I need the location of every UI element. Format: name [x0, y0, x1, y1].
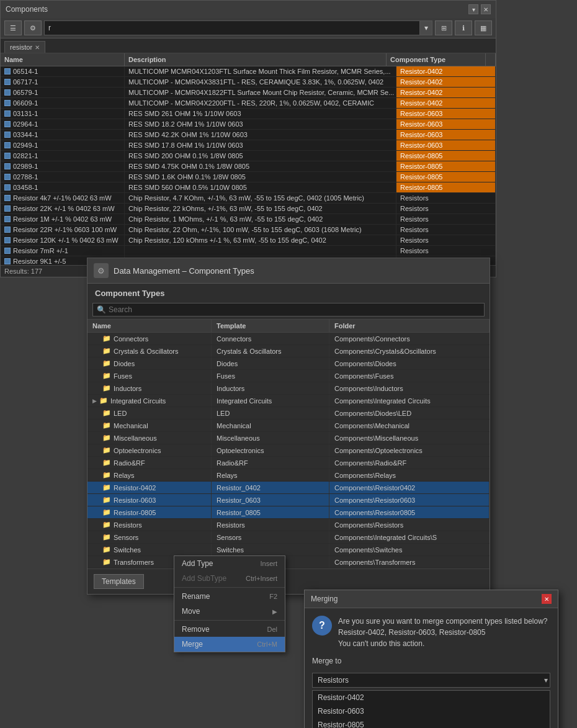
list-view-button[interactable]: ☰: [4, 20, 22, 35]
dm-list-item[interactable]: 📁 Optoelectronics Optoelectronics Compon…: [87, 444, 490, 457]
columns-button[interactable]: ⊞: [435, 20, 452, 35]
dm-td-folder: Components\Optoelectronics: [329, 444, 490, 456]
search-input[interactable]: [44, 20, 420, 35]
table-row[interactable]: 02949-1 RES SMD 17.8 OHM 1% 1/10W 0603 R…: [1, 140, 496, 151]
tab-close-icon[interactable]: ✕: [35, 44, 40, 51]
table-row[interactable]: 06579-1 MULTICOMP - MCMR04X1822FTL Surfa…: [1, 88, 496, 98]
ctx-divider-2: [174, 620, 285, 621]
dm-td-name: 📁 Miscellaneous: [87, 432, 212, 444]
table-row[interactable]: 03458-1 RES SMD 560 OHM 0.5% 1/10W 0805 …: [1, 182, 496, 193]
td-type: Resistor-0603: [396, 109, 496, 119]
td-type: Resistor-0603: [396, 119, 496, 129]
dm-search-input[interactable]: [109, 305, 480, 314]
tab-label: resistor: [10, 43, 32, 51]
info-button[interactable]: ℹ: [455, 20, 472, 35]
table-row[interactable]: Resistor 4k7 +/-1% 0402 63 mW Chip Resis…: [1, 193, 496, 204]
dm-td-template: Switches: [212, 544, 329, 555]
dm-title: Data Management – Component Types: [114, 266, 254, 276]
dm-list-item[interactable]: 📁 Miscellaneous Miscellaneous Components…: [87, 432, 490, 444]
merging-close-button[interactable]: ✕: [542, 594, 552, 604]
dm-list-item[interactable]: 📁 Diodes Diodes Components\Diodes: [87, 357, 490, 370]
dm-title-icon: ⚙: [94, 263, 109, 278]
row-icon: [4, 174, 11, 180]
dm-list-item[interactable]: 📁 Inductors Inductors Components\Inducto…: [87, 382, 490, 395]
table-row[interactable]: 02788-1 RES SMD 1.6K OHM 0.1% 1/8W 0805 …: [1, 172, 496, 182]
dm-td-folder: Components\Transformers: [329, 556, 490, 568]
dm-td-folder: Components\Resistor0402: [329, 482, 490, 493]
dm-table-header: Name Template Folder: [87, 319, 490, 333]
td-type: Resistor-0402: [396, 77, 496, 87]
dm-list-item[interactable]: 📁 Resistor-0402 Resistor_0402 Components…: [87, 482, 490, 494]
dm-td-template: Inductors: [212, 382, 329, 394]
table-row[interactable]: 03131-1 RES SMD 261 OHM 1% 1/10W 0603 Re…: [1, 109, 496, 119]
table-row[interactable]: 06717-1 MULTICOMP - MCMR04X3831FTL - RES…: [1, 77, 496, 88]
filter-button[interactable]: ⚙: [24, 20, 42, 35]
dm-list-item[interactable]: 📁 Fuses Fuses Components\Fuses: [87, 370, 490, 382]
table-row[interactable]: Resistor 7mR +/-1 Resistors: [1, 246, 496, 256]
close-button[interactable]: ✕: [481, 4, 491, 14]
templates-button[interactable]: Templates: [94, 574, 144, 589]
ctx-merge[interactable]: Merge Ctrl+M: [174, 637, 285, 652]
dm-list-item[interactable]: 📁 Switches Switches Components\Switches: [87, 544, 490, 556]
dm-search-bar[interactable]: 🔍: [92, 303, 485, 317]
table-row[interactable]: Resistor 22R +/-1% 0603 100 mW Chip Resi…: [1, 225, 496, 235]
dm-td-name: 📁 Radio&RF: [87, 457, 212, 469]
ctx-add-type[interactable]: Add Type Insert: [174, 556, 285, 571]
merging-dialog: Merging ✕ ? Are you sure you want to mer…: [304, 590, 558, 728]
merging-select[interactable]: Resistors: [312, 673, 550, 688]
ctx-remove[interactable]: Remove Del: [174, 622, 285, 637]
col-type: Component Type: [387, 53, 486, 66]
view-toggle-button[interactable]: ▦: [475, 20, 492, 35]
dm-list-item[interactable]: ▶ 📁 Integrated Circuits Integrated Circu…: [87, 395, 490, 407]
col-desc: Description: [125, 53, 387, 66]
table-row[interactable]: 03344-1 RES SMD 42.2K OHM 1% 1/10W 0603 …: [1, 130, 496, 140]
ctx-rename[interactable]: Rename F2: [174, 589, 285, 604]
table-body: 06514-1 MULTICOMP MCMR04X1203FTL Surface…: [1, 66, 496, 265]
dm-list-item[interactable]: 📁 Connectors Connectors Components\Conne…: [87, 333, 490, 345]
td-type: Resistor-0805: [396, 151, 496, 161]
dropdown-item-resistor0603[interactable]: Resistor-0603: [313, 704, 550, 718]
dm-list-item[interactable]: 📁 Resistors Resistors Components\Resisto…: [87, 519, 490, 531]
td-name: 03131-1: [1, 109, 125, 119]
main-window-title: Components: [6, 5, 48, 14]
dm-td-folder: Components\Relays: [329, 469, 490, 481]
dm-td-folder: Components\Inductors: [329, 382, 490, 394]
dropdown-item-resistor0402[interactable]: Resistor-0402: [313, 691, 550, 704]
td-type: Resistors: [396, 235, 496, 245]
dm-td-template: Resistor_0603: [212, 494, 329, 506]
dm-list-item[interactable]: 📁 LED LED Components\Diodes\LED: [87, 407, 490, 420]
table-row[interactable]: 02964-1 RES SMD 18.2 OHM 1% 1/10W 0603 R…: [1, 119, 496, 130]
table-row[interactable]: 06609-1 MULTICOMP - MCMR04X2200FTL - RES…: [1, 98, 496, 109]
table-row[interactable]: Resistor 1M +/-1 % 0402 63 mW Chip Resis…: [1, 214, 496, 225]
td-desc: MULTICOMP - MCMR04X3831FTL - RES, CERAMI…: [125, 77, 396, 87]
dm-list-item[interactable]: 📁 Transformers Transformers Components\T…: [87, 556, 490, 568]
table-row[interactable]: Resistor 120K +/-1 % 0402 63 mW Chip Res…: [1, 235, 496, 246]
table-row[interactable]: 02989-1 RES SMD 4.75K OHM 0.1% 1/8W 0805…: [1, 161, 496, 172]
ctx-move[interactable]: Move ▶: [174, 604, 285, 619]
dm-list-item[interactable]: 📁 Radio&RF Radio&RF Components\Radio&RF: [87, 457, 490, 469]
dm-list-item[interactable]: 📁 Relays Relays Components\Relays: [87, 469, 490, 482]
resistor-tab[interactable]: resistor ✕: [4, 41, 45, 53]
dm-td-name: 📁 Inductors: [87, 382, 212, 394]
row-icon: [4, 205, 11, 212]
dm-list-item[interactable]: 📁 Mechanical Mechanical Components\Mecha…: [87, 420, 490, 432]
pin-button[interactable]: ▾: [468, 4, 478, 14]
td-desc: MULTICOMP - MCMR04X1822FTL Surface Mount…: [125, 88, 396, 97]
td-name: Resistor 120K +/-1 % 0402 63 mW: [1, 235, 125, 245]
dm-list-item[interactable]: 📁 Crystals & Oscillators Crystals & Osci…: [87, 345, 490, 357]
dropdown-item-resistor0805[interactable]: Resistor-0805: [313, 718, 550, 728]
dm-list-item[interactable]: 📁 Resistor-0805 Resistor_0805 Components…: [87, 506, 490, 519]
dm-list-item[interactable]: 📁 Sensors Sensors Components\Integrated …: [87, 531, 490, 544]
dm-td-folder: Components\Mechanical: [329, 420, 490, 431]
table-row[interactable]: Resistor 22K +/-1 % 0402 63 mW Chip Resi…: [1, 204, 496, 214]
dm-td-template: Miscellaneous: [212, 432, 329, 444]
table-row[interactable]: 02821-1 RES SMD 200 OHM 0.1% 1/8W 0805 R…: [1, 151, 496, 161]
dm-list-item[interactable]: 📁 Resistor-0603 Resistor_0603 Components…: [87, 494, 490, 506]
td-name: Resistor 7mR +/-1: [1, 246, 125, 256]
ctx-add-subtype: Add SubType Ctrl+Insert: [174, 571, 285, 586]
search-dropdown-button[interactable]: ▾: [420, 20, 432, 35]
search-bar: ▾: [44, 20, 432, 35]
td-type: Resistors: [396, 214, 496, 224]
merging-select-wrapper: Resistors ▾: [312, 673, 550, 688]
table-row[interactable]: 06514-1 MULTICOMP MCMR04X1203FTL Surface…: [1, 66, 496, 77]
